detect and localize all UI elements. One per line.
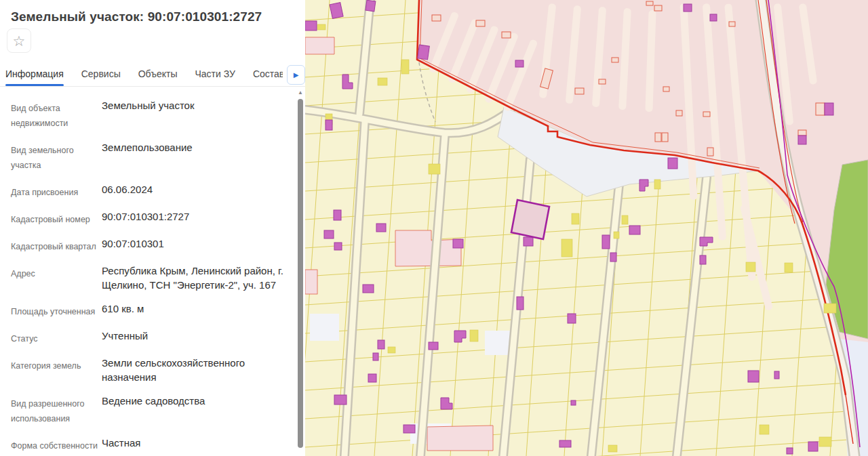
arrow-right-icon: ▶ [294, 72, 299, 79]
field-label: Дата присвоения [11, 183, 102, 200]
selected-parcel[interactable] [511, 200, 549, 239]
tab-objects[interactable]: Объекты [138, 64, 178, 86]
cadastral-map-app: Земельный участок: 90:07:010301:2727 ☆ И… [0, 0, 868, 456]
field-value: 90:07:010301:2727 [102, 210, 296, 227]
field-row: Площадь уточненная 610 кв. м [11, 302, 296, 319]
field-row: Кадастровый номер 90:07:010301:2727 [11, 210, 296, 227]
field-value: 610 кв. м [102, 302, 296, 319]
star-icon: ☆ [13, 34, 26, 48]
scrollbar-thumb[interactable] [298, 99, 303, 448]
field-label: Адрес [11, 264, 102, 292]
field-label: Вид объекта недвижимости [11, 99, 102, 131]
field-value: Республика Крым, Ленинский район, г. Щел… [102, 264, 296, 292]
tab-parcel-parts[interactable]: Части ЗУ [195, 64, 235, 86]
favorite-button[interactable]: ☆ [7, 28, 31, 53]
field-row: Вид объекта недвижимости Земельный участ… [11, 99, 296, 131]
scroll-up-icon[interactable]: ▲ [296, 89, 304, 98]
field-value: 90:07:010301 [102, 237, 296, 254]
tabs-scroll-right-button[interactable]: ▶ [287, 65, 305, 85]
field-label: Площадь уточненная [11, 302, 102, 319]
field-value: Ведение садоводства [102, 394, 296, 426]
tab-composition[interactable]: Состав [253, 64, 283, 86]
field-label: Вид земельного участка [11, 141, 102, 173]
field-row: Вид земельного участка Землепользование [11, 141, 296, 173]
field-label: Категория земель [11, 356, 102, 384]
page-title: Земельный участок: 90:07:010301:2727 [0, 0, 305, 24]
field-label: Форма собственности [11, 436, 102, 453]
field-value: Земли сельскохозяйственного назначения [102, 356, 296, 384]
field-label: Вид разрешенного использования [11, 394, 102, 426]
field-row: Категория земель Земли сельскохозяйствен… [11, 356, 296, 384]
field-row: Дата присвоения 06.06.2024 [11, 183, 296, 200]
field-value: Землепользование [102, 141, 296, 173]
map-canvas[interactable] [305, 0, 868, 456]
panel-scrollbar[interactable]: ▲ [296, 89, 304, 456]
field-row: Вид разрешенного использования Ведение с… [11, 394, 296, 426]
field-value: 06.06.2024 [102, 183, 296, 200]
field-row: Форма собственности Частная [11, 436, 296, 453]
field-label: Кадастровый номер [11, 210, 102, 227]
field-row: Кадастровый квартал 90:07:010301 [11, 237, 296, 254]
tab-bar: Информация Сервисы Объекты Части ЗУ Сост… [0, 64, 305, 87]
tab-information[interactable]: Информация [5, 64, 64, 86]
info-fields: Вид объекта недвижимости Земельный участ… [0, 95, 296, 456]
tab-services[interactable]: Сервисы [81, 64, 121, 86]
field-label: Кадастровый квартал [11, 237, 102, 254]
field-row: Адрес Республика Крым, Ленинский район, … [11, 264, 296, 292]
field-label: Статус [11, 329, 102, 346]
field-row: Статус Учтенный [11, 329, 296, 346]
field-value: Частная [102, 436, 296, 453]
object-info-panel: Земельный участок: 90:07:010301:2727 ☆ И… [0, 0, 305, 456]
field-value: Учтенный [102, 329, 296, 346]
field-value: Земельный участок [102, 99, 296, 131]
